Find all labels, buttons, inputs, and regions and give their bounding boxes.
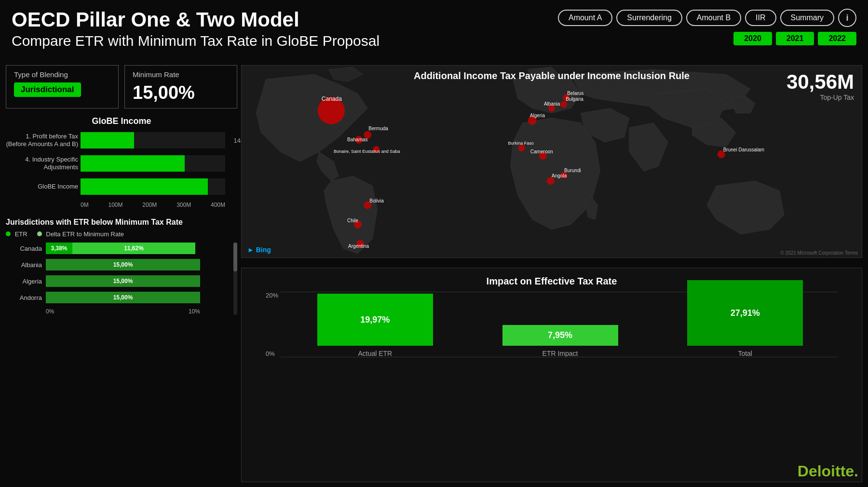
juris-axis-10: 10%: [189, 308, 200, 315]
svg-text:Belarus: Belarus: [567, 91, 583, 96]
bar-fill-2: [81, 155, 185, 172]
bing-logo: ► Bing: [247, 246, 271, 254]
left-panel: Type of Blending Jurisdictional Minimum …: [6, 65, 237, 482]
bar-label-2: 4. Industry Specific Adjustments: [6, 156, 78, 171]
juris-axis-0: 0%: [46, 308, 54, 315]
svg-text:Bahamas: Bahamas: [347, 137, 367, 142]
globe-income-chart: 1. Profit before Tax (Before Amounts A a…: [6, 132, 237, 208]
year-tab-2021[interactable]: 2021: [776, 32, 814, 45]
juris-scrollbar[interactable]: [233, 243, 237, 315]
jurisdictions-section: Jurisdictions with ETR below Minimum Tax…: [6, 218, 237, 315]
etr-bar-impact-label: 7,95%: [548, 330, 572, 340]
header-title-block: OECD Pillar One & Two Model Compare ETR …: [12, 9, 558, 49]
legend-etr-label: ETR: [15, 230, 27, 238]
svg-text:Bolivia: Bolivia: [369, 198, 384, 203]
etr-col-total-name: Total: [738, 350, 752, 357]
bar-row-2: 4. Industry Specific Adjustments: [81, 155, 237, 172]
juris-name-andorra: Andorra: [6, 294, 42, 301]
juris-bars-canada: 3,38% 11,62%: [46, 243, 195, 254]
map-topup-label: Top-Up Tax: [787, 94, 854, 101]
svg-text:Angola: Angola: [552, 173, 567, 178]
tab-summary[interactable]: Summary: [780, 10, 834, 26]
juris-bar-etr-canada: 3,38%: [46, 243, 72, 254]
svg-point-13: [518, 145, 525, 151]
legend-etr-item: ETR: [6, 230, 27, 238]
tab-iir[interactable]: IIR: [745, 10, 776, 26]
info-button[interactable]: i: [838, 9, 856, 27]
juris-name-canada: Canada: [6, 245, 42, 252]
juris-row-canada: Canada 3,38% 11,62%: [6, 243, 208, 254]
type-of-blending-label: Type of Blending: [14, 70, 110, 79]
juris-bars-albania: 15,00%: [46, 259, 200, 271]
juris-name-algeria: Algeria: [6, 278, 42, 285]
juris-row-andorra: Andorra 15,00%: [6, 292, 208, 303]
legend-delta-dot: [37, 231, 42, 236]
etr-chart-area: 20% 0% 19,97% Actual ETR 7,95%: [266, 292, 838, 369]
blending-value[interactable]: Jurisdictional: [14, 82, 81, 97]
tab-surrendering[interactable]: Surrendering: [616, 10, 682, 26]
sub-title: Compare ETR with Minimum Tax Rate in Glo…: [12, 33, 558, 49]
juris-bar-algeria: 15,00%: [46, 275, 200, 287]
etr-col-actual: 19,97% Actual ETR: [283, 294, 468, 357]
juris-bars-algeria: 15,00%: [46, 275, 200, 287]
map-topup-value: 30,56M: [787, 70, 854, 94]
bar-row-1: 1. Profit before Tax (Before Amounts A a…: [81, 132, 237, 149]
juris-chart: Canada 3,38% 11,62% Albania 15,00% Alger…: [6, 243, 208, 315]
minimum-rate-box: Minimum Rate 15,00%: [124, 65, 237, 108]
etr-hline-0: [280, 357, 838, 357]
svg-text:Brunei Darussalam: Brunei Darussalam: [723, 147, 764, 152]
etr-bar-actual-label: 19,97%: [360, 315, 390, 325]
etr-col-impact: 7,95% ETR Impact: [468, 325, 653, 357]
bar-label-3: GloBE Income: [6, 183, 78, 190]
juris-row-algeria: Algeria 15,00%: [6, 275, 208, 287]
type-of-blending-box: Type of Blending Jurisdictional: [6, 65, 119, 108]
svg-text:Algeria: Algeria: [530, 113, 545, 118]
svg-text:Bulgaria: Bulgaria: [566, 96, 583, 102]
svg-text:Burkina Faso: Burkina Faso: [508, 141, 534, 146]
bar-axis: 0M 100M 200M 300M 400M: [81, 202, 225, 208]
juris-bars-andorra: 15,00%: [46, 292, 200, 303]
axis-300m: 300M: [176, 202, 191, 208]
minimum-rate-label: Minimum Rate: [133, 70, 229, 79]
main-title: OECD Pillar One & Two Model: [12, 9, 558, 31]
juris-name-albania: Albania: [6, 261, 42, 269]
deloitte-brand: Deloitte.: [798, 462, 858, 480]
tab-amount-a[interactable]: Amount A: [558, 10, 612, 26]
svg-text:Albania: Albania: [544, 101, 560, 107]
globe-income-title: GloBE Income: [6, 116, 237, 126]
globe-income-section: GloBE Income 1. Profit before Tax (Befor…: [6, 116, 237, 208]
juris-bar-albania: 15,00%: [46, 259, 200, 271]
year-tab-2020[interactable]: 2020: [733, 32, 772, 45]
axis-400m: 400M: [211, 202, 225, 208]
bar-bg-3: [81, 178, 225, 195]
etr-col-actual-name: Actual ETR: [358, 350, 392, 357]
etr-bars-container: 19,97% Actual ETR 7,95% ETR Impact 27,91…: [283, 292, 838, 357]
etr-y-0: 0%: [266, 350, 275, 357]
tab-amount-b[interactable]: Amount B: [686, 10, 741, 26]
etr-y-20: 20%: [266, 292, 278, 299]
map-title: Additional Income Tax Payable under Inco…: [414, 70, 690, 81]
etr-bar-total: 27,91%: [687, 280, 803, 346]
etr-bar-total-label: 27,91%: [731, 308, 760, 318]
nav-tabs: Amount A Surrendering Amount B IIR Summa…: [558, 9, 856, 27]
juris-scroll-thumb[interactable]: [233, 243, 237, 271]
juris-chart-wrapper: Canada 3,38% 11,62% Albania 15,00% Alger…: [6, 243, 237, 315]
deloitte-text: Deloitte: [798, 462, 854, 480]
bing-icon: ►: [247, 246, 254, 254]
svg-text:Bermuda: Bermuda: [368, 126, 388, 131]
year-tab-2022[interactable]: 2022: [818, 32, 856, 45]
legend-delta-label: Delta ETR to Minimum Rate: [46, 230, 124, 238]
svg-text:Chile: Chile: [347, 218, 358, 223]
map-copyright: © 2021 Microsoft Corporation Terms: [780, 250, 858, 256]
map-topup: 30,56M Top-Up Tax: [787, 70, 854, 101]
svg-text:Cameroon: Cameroon: [530, 149, 553, 154]
bar-row-3: GloBE Income: [81, 178, 237, 195]
map-section: Additional Income Tax Payable under Inco…: [241, 65, 862, 258]
axis-0m: 0M: [81, 202, 89, 208]
svg-text:Canada: Canada: [322, 95, 342, 102]
etr-col-impact-name: ETR Impact: [542, 350, 578, 357]
juris-axis: 0% 10%: [46, 308, 200, 315]
svg-point-11: [560, 101, 567, 108]
minimum-rate-value: 15,00%: [133, 82, 229, 103]
juris-bar-delta-canada: 11,62%: [72, 243, 195, 254]
